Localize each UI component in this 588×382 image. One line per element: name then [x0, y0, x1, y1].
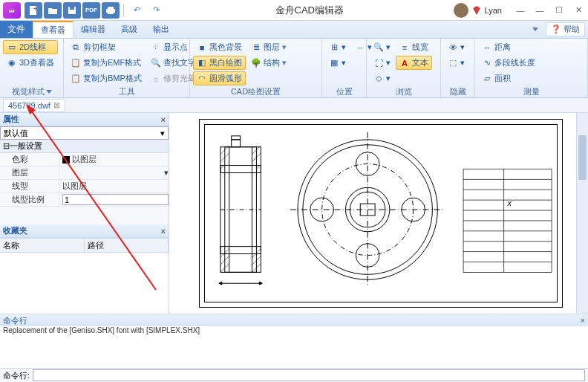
ribbon: ▭2D线框 ◉3D查看器 视觉样式 ⧉剪切框架 📋复制为EMF格式 📋复制为BM…	[0, 39, 588, 98]
drawing-frame: x	[199, 119, 563, 308]
btn-3d-viewer[interactable]: ◉3D查看器	[3, 56, 58, 70]
maximize-button[interactable]: ☐	[549, 2, 569, 19]
btn-nav[interactable]: ◇▾	[370, 71, 394, 85]
btn-layers[interactable]: ≣图层▾	[247, 40, 292, 54]
doc-tab[interactable]: 456789.dwf ⊠	[3, 99, 65, 112]
btn-bw-draw[interactable]: ◧黑白绘图	[193, 56, 246, 70]
btn-smooth-arc[interactable]: ◠圆滑弧形	[193, 71, 246, 85]
svg-text:x: x	[507, 198, 512, 207]
svg-rect-4	[70, 7, 74, 10]
btn-hide-2[interactable]: ⬚▾	[444, 56, 468, 70]
svg-rect-2	[35, 7, 36, 10]
titlebar: ∞ PDF ↶ ↷ 金舟CAD编辑器 Lyan — — ☐ ✕	[0, 0, 588, 21]
properties-section[interactable]: ⊟ 一般设置	[0, 140, 169, 153]
command-log: Replacement of the [Geniso.SHX] font wit…	[0, 326, 588, 337]
tab-output[interactable]: 输出	[146, 21, 177, 38]
command-prompt: 命令行:	[3, 370, 30, 381]
collapse-ribbon-icon[interactable]: —	[511, 2, 530, 19]
doc-tab-close-icon[interactable]: ⊠	[53, 100, 60, 110]
minimize-button[interactable]: —	[530, 2, 549, 19]
help-button[interactable]: ❓ 帮助	[546, 22, 585, 36]
properties-combo[interactable]: 默认值▾	[0, 126, 169, 140]
btn-distance[interactable]: ↔距离	[478, 40, 539, 54]
btn-text[interactable]: A文本	[396, 56, 432, 70]
document-tabs: 456789.dwf ⊠	[0, 98, 588, 113]
svg-rect-11	[220, 247, 261, 254]
btn-copy-emf[interactable]: 📋复制为EMF格式	[67, 56, 146, 70]
favorites-list	[0, 253, 169, 314]
favorites-close-icon[interactable]: ×	[161, 227, 166, 236]
btn-struct[interactable]: 🌳结构▾	[247, 56, 292, 70]
btn-pos-2[interactable]: ▦▾	[325, 56, 350, 70]
fav-col-name[interactable]: 名称	[0, 239, 85, 252]
prop-ltscale-val[interactable]	[59, 193, 169, 206]
canvas[interactable]: x	[169, 113, 576, 314]
favorites-header: 名称 路径	[0, 238, 169, 253]
prop-ltscale-name: 线型比例	[0, 193, 59, 206]
svg-rect-7	[108, 12, 114, 14]
file-tab[interactable]: 文件	[0, 21, 33, 38]
vertical-scrollbar[interactable]	[576, 113, 588, 314]
group-position: 位置	[325, 85, 363, 97]
workspace: 属性× 默认值▾ ⊟ 一般设置 色彩以图层 图层▾ 线型以图层 线型比例 收藏夹…	[0, 113, 588, 314]
qa-open[interactable]	[44, 2, 62, 19]
btn-area[interactable]: ▱面积	[478, 71, 539, 85]
prop-color-name: 色彩	[0, 153, 59, 166]
btn-clip-frame[interactable]: ⧉剪切框架	[67, 40, 146, 54]
command-input[interactable]	[33, 369, 585, 381]
close-button[interactable]: ✕	[569, 2, 588, 19]
command-section: 命令行× Replacement of the [Geniso.SHX] fon…	[0, 314, 588, 382]
avatar[interactable]	[454, 3, 468, 18]
svg-rect-10	[220, 166, 261, 173]
prop-layer-name: 图层	[0, 166, 59, 179]
svg-rect-13	[232, 140, 241, 147]
tab-advanced[interactable]: 高级	[114, 21, 146, 38]
svg-rect-5	[108, 7, 114, 9]
gem-icon	[471, 5, 482, 16]
prop-layer-val[interactable]: ▾	[59, 166, 169, 179]
qa-save[interactable]	[63, 2, 81, 19]
ribbon-tabs: 文件 查看器 编辑器 高级 输出 ❓ 帮助	[0, 21, 588, 39]
btn-line-width[interactable]: ≡线宽	[396, 40, 432, 54]
doc-tab-label: 456789.dwf	[8, 101, 50, 110]
btn-polyline-len[interactable]: ∿多段线长度	[478, 56, 539, 70]
group-cad-settings: CAD绘图设置	[193, 85, 318, 97]
cad-drawing: x	[205, 125, 557, 302]
qa-pdf[interactable]: PDF	[82, 2, 100, 19]
ribbon-dropdown-icon[interactable]	[528, 23, 543, 36]
group-browse: 浏览	[370, 85, 437, 97]
btn-2d-wireframe[interactable]: ▭2D线框	[3, 40, 58, 54]
command-close-icon[interactable]: ×	[581, 316, 585, 325]
left-panel: 属性× 默认值▾ ⊟ 一般设置 色彩以图层 图层▾ 线型以图层 线型比例 收藏夹…	[0, 113, 169, 314]
qa-print[interactable]	[102, 2, 120, 19]
app-logo: ∞	[3, 2, 21, 19]
btn-zoom-fit[interactable]: ⛶▾	[370, 56, 394, 70]
fav-col-path[interactable]: 路径	[85, 239, 169, 252]
command-title: 命令行	[3, 315, 27, 326]
command-output	[0, 337, 588, 368]
prop-color-val[interactable]: 以图层	[59, 153, 169, 166]
group-measure: 测量	[478, 85, 584, 97]
group-tools: 工具	[67, 85, 186, 97]
prop-linetype-val[interactable]: 以图层	[59, 180, 169, 192]
qa-undo[interactable]: ↶	[128, 2, 146, 19]
favorites-title: 收藏夹×	[0, 224, 169, 238]
qa-redo[interactable]: ↷	[147, 2, 165, 19]
user-name: Lyan	[485, 6, 502, 15]
properties-title: 属性×	[0, 113, 169, 126]
btn-zoom-in[interactable]: 🔍▾	[370, 40, 394, 54]
tab-editor[interactable]: 编辑器	[74, 21, 114, 38]
qa-new[interactable]	[24, 2, 42, 19]
app-title: 金舟CAD编辑器	[166, 4, 454, 17]
btn-hide-1[interactable]: 👁▾	[444, 40, 468, 54]
group-view-style: 视觉样式	[12, 86, 45, 97]
btn-pos-1[interactable]: ⊞▾	[325, 40, 350, 54]
prop-linetype-name: 线型	[0, 180, 59, 192]
properties-close-icon[interactable]: ×	[161, 115, 166, 124]
svg-rect-14	[232, 136, 241, 140]
canvas-area: x	[169, 113, 588, 314]
group-hide: 隐藏	[444, 85, 471, 97]
btn-black-bg[interactable]: ■黑色背景	[193, 40, 246, 54]
tab-viewer[interactable]: 查看器	[33, 21, 74, 38]
btn-copy-bmp[interactable]: 📋复制为BMP格式	[67, 71, 146, 85]
